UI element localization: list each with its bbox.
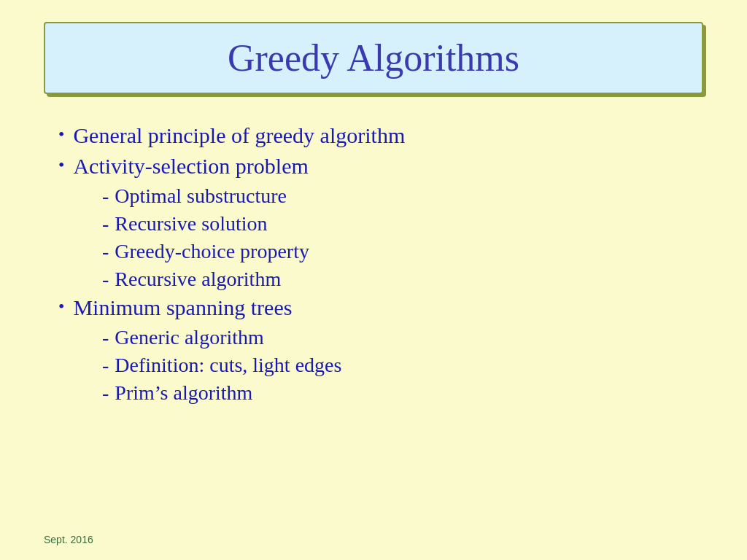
bullet-icon: • <box>58 295 64 318</box>
sub-label: Greedy-choice property <box>115 240 309 263</box>
bullet-label: General principle of greedy algorithm <box>73 123 405 148</box>
title-box: Greedy Algorithms <box>44 22 703 94</box>
sub-list-item: - Recursive solution <box>102 212 703 236</box>
bullet-icon: • <box>58 123 64 146</box>
sub-label: Prim’s algorithm <box>115 381 252 405</box>
list-item: • Activity-selection problem <box>58 154 703 179</box>
sub-label: Definition: cuts, light edges <box>115 354 341 377</box>
sub-list-item: - Prim’s algorithm <box>102 381 703 405</box>
dash-icon: - <box>102 354 109 377</box>
dash-icon: - <box>102 381 109 405</box>
bullet-label: Activity-selection problem <box>73 154 308 179</box>
list-item: • Minimum spanning trees <box>58 295 703 320</box>
bullet-label: Minimum spanning trees <box>73 295 292 320</box>
list-item: • General principle of greedy algorithm <box>58 123 703 148</box>
sub-list-item: - Recursive algorithm <box>102 268 703 291</box>
dash-icon: - <box>102 184 109 208</box>
bullet-icon: • <box>58 154 64 176</box>
dash-icon: - <box>102 212 109 236</box>
sub-label: Recursive algorithm <box>115 268 281 291</box>
sub-list-item: - Greedy-choice property <box>102 240 703 263</box>
footer: Sept. 2016 <box>44 534 93 545</box>
sub-list-item: - Definition: cuts, light edges <box>102 354 703 377</box>
sub-label: Recursive solution <box>115 212 267 236</box>
sub-label: Generic algorithm <box>115 326 263 349</box>
dash-icon: - <box>102 268 109 291</box>
dash-icon: - <box>102 326 109 349</box>
sub-label: Optimal substructure <box>115 184 287 208</box>
sub-list-item: - Generic algorithm <box>102 326 703 349</box>
slide: Greedy Algorithms • General principle of… <box>0 0 747 560</box>
sub-list-item: - Optimal substructure <box>102 184 703 208</box>
slide-title: Greedy Algorithms <box>228 37 519 79</box>
content-list: • General principle of greedy algorithm … <box>58 123 703 405</box>
dash-icon: - <box>102 240 109 263</box>
